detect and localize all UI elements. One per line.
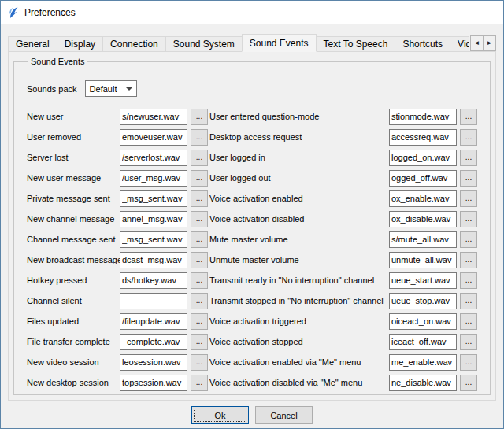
sound-event-label: User logged out: [209, 173, 389, 183]
browse-button[interactable]: ...: [460, 109, 477, 125]
sound-event-label: Unmute master volume: [209, 255, 389, 264]
sound-event-label: File transfer complete: [27, 337, 120, 346]
sound-file-input[interactable]: [120, 272, 187, 289]
browse-button[interactable]: ...: [460, 150, 477, 166]
browse-button[interactable]: ...: [460, 334, 477, 350]
browse-button[interactable]: ...: [460, 231, 477, 248]
tab-general[interactable]: General: [8, 36, 57, 52]
sound-events-grid: New user...User entered question-mode...…: [27, 106, 485, 393]
sound-file-input[interactable]: [389, 293, 457, 309]
browse-button[interactable]: ...: [191, 109, 208, 125]
browse-button[interactable]: ...: [460, 293, 477, 309]
dialog-content: GeneralDisplayConnectionSound SystemSoun…: [1, 24, 503, 428]
browse-button[interactable]: ...: [191, 354, 208, 371]
sound-file-input[interactable]: [120, 190, 187, 207]
browse-button[interactable]: ...: [191, 252, 208, 268]
browse-button[interactable]: ...: [460, 375, 477, 391]
sound-event-label: User removed: [27, 132, 120, 142]
tab-page-sound-events: Sound Events Sounds pack Default New use…: [8, 51, 496, 401]
browse-button[interactable]: ...: [191, 170, 208, 187]
browse-button[interactable]: ...: [191, 190, 208, 207]
sound-file-input[interactable]: [120, 150, 187, 166]
sound-file-input[interactable]: [120, 354, 187, 371]
sound-event-label: Transmit stopped in "No interruption" ch…: [209, 296, 389, 305]
sound-event-label: Voice activation disabled via "Me" menu: [209, 378, 389, 387]
browse-button[interactable]: ...: [191, 129, 208, 146]
sound-file-input[interactable]: [389, 231, 457, 248]
browse-button[interactable]: ...: [191, 231, 208, 248]
sounds-pack-select[interactable]: Default: [85, 80, 137, 97]
browse-button[interactable]: ...: [460, 170, 477, 187]
sound-file-input[interactable]: [120, 231, 187, 248]
tab-connection[interactable]: Connection: [102, 36, 166, 52]
browse-button[interactable]: ...: [191, 293, 208, 309]
sound-event-label: Channel message sent: [27, 235, 120, 244]
sound-file-input[interactable]: [389, 313, 457, 330]
browse-button[interactable]: ...: [191, 313, 208, 330]
sound-event-label: Hotkey pressed: [27, 276, 120, 285]
browse-button[interactable]: ...: [191, 375, 208, 391]
sound-file-input[interactable]: [120, 293, 187, 309]
sound-file-input[interactable]: [389, 272, 457, 289]
sound-file-input[interactable]: [389, 150, 457, 166]
tab-bar: GeneralDisplayConnectionSound SystemSoun…: [8, 34, 496, 52]
sound-event-label: User entered question-mode: [209, 112, 389, 121]
sound-file-input[interactable]: [120, 109, 187, 125]
tab-scroll-left-icon[interactable]: ◄: [470, 35, 484, 51]
sound-event-label: Private message sent: [27, 194, 120, 203]
sound-file-input[interactable]: [389, 129, 457, 146]
sound-file-input[interactable]: [120, 334, 187, 350]
sound-file-input[interactable]: [389, 375, 457, 391]
sound-file-input[interactable]: [389, 170, 457, 187]
browse-button[interactable]: ...: [460, 211, 477, 227]
sound-file-input[interactable]: [389, 334, 457, 350]
browse-button[interactable]: ...: [460, 252, 477, 268]
sound-file-input[interactable]: [389, 109, 457, 125]
tab-scroll-control: ◄ ►: [469, 35, 496, 51]
cancel-button[interactable]: Cancel: [255, 406, 313, 424]
tab-display[interactable]: Display: [57, 36, 103, 52]
tab-shortcuts[interactable]: Shortcuts: [395, 36, 450, 52]
sound-event-label: Voice activation stopped: [209, 337, 389, 346]
tab-scroll-right-icon[interactable]: ►: [483, 35, 496, 51]
chevron-down-icon: [126, 87, 132, 91]
tab-sound-system[interactable]: Sound System: [165, 36, 243, 52]
browse-button[interactable]: ...: [460, 190, 477, 207]
sound-event-label: New desktop session: [27, 378, 120, 387]
sounds-pack-value: Default: [90, 84, 117, 94]
browse-button[interactable]: ...: [191, 334, 208, 350]
browse-button[interactable]: ...: [460, 272, 477, 289]
sounds-pack-label: Sounds pack: [27, 84, 77, 94]
browse-button[interactable]: ...: [460, 313, 477, 330]
titlebar: Preferences: [1, 1, 503, 24]
sound-file-input[interactable]: [389, 190, 457, 207]
app-icon: [7, 6, 20, 19]
sound-file-input[interactable]: [120, 375, 187, 391]
sound-event-label: New broadcast message: [27, 255, 120, 264]
sound-file-input[interactable]: [389, 211, 457, 227]
sound-file-input[interactable]: [120, 170, 187, 187]
sound-file-input[interactable]: [389, 252, 457, 268]
browse-button[interactable]: ...: [191, 211, 208, 227]
browse-button[interactable]: ...: [460, 354, 477, 371]
sound-event-label: User logged in: [209, 153, 389, 162]
ok-button[interactable]: Ok: [191, 406, 249, 424]
sound-event-label: Voice activation enabled: [209, 194, 389, 203]
tab-sound-events[interactable]: Sound Events: [242, 34, 317, 52]
sound-event-label: Mute master volume: [209, 235, 389, 244]
sound-file-input[interactable]: [120, 252, 187, 268]
sound-file-input[interactable]: [120, 211, 187, 227]
sound-event-label: Desktop access request: [209, 132, 389, 142]
sound-file-input[interactable]: [389, 354, 457, 371]
browse-button[interactable]: ...: [460, 129, 477, 146]
sound-file-input[interactable]: [120, 129, 187, 146]
sound-file-input[interactable]: [120, 313, 187, 330]
sound-event-label: Server lost: [27, 153, 120, 162]
sound-event-label: New user message: [27, 173, 120, 183]
browse-button[interactable]: ...: [191, 150, 208, 166]
dialog-footer: Ok Cancel: [8, 406, 496, 424]
tab-text-to-speech[interactable]: Text To Speech: [316, 36, 396, 52]
sound-event-label: Channel silent: [27, 296, 120, 305]
sound-event-label: New user: [27, 112, 120, 121]
browse-button[interactable]: ...: [191, 272, 208, 289]
